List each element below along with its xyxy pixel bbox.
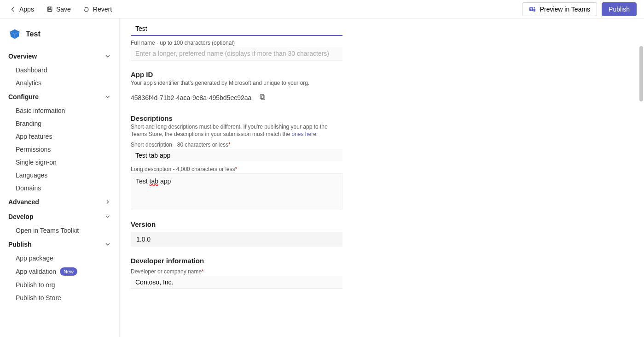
section-advanced-label: Advanced bbox=[8, 198, 39, 206]
nav-analytics[interactable]: Analytics bbox=[0, 77, 119, 89]
nav-item-label: Open in Teams Toolkit bbox=[16, 227, 79, 234]
chevron-down-icon bbox=[104, 241, 111, 248]
nav-app-features[interactable]: App features bbox=[0, 130, 119, 143]
descriptions-title: Descriptions bbox=[131, 114, 342, 122]
svg-rect-1 bbox=[48, 7, 50, 8]
long-desc-misspell: tab bbox=[150, 177, 158, 185]
revert-label: Revert bbox=[93, 6, 112, 13]
svg-rect-6 bbox=[260, 95, 264, 98]
teams-icon bbox=[529, 6, 536, 13]
nav-item-label: Publish to Store bbox=[16, 294, 61, 302]
back-label: Apps bbox=[19, 6, 34, 13]
new-badge: New bbox=[60, 267, 77, 276]
nav-app-validation[interactable]: App validation New bbox=[0, 265, 119, 278]
revert-button[interactable]: Revert bbox=[81, 4, 114, 15]
app-id-row: 45836f4d-71b2-4aca-9e8a-495bd5ec92aa bbox=[131, 91, 342, 104]
version-title: Version bbox=[131, 220, 342, 228]
nav-item-label: Dashboard bbox=[16, 66, 47, 74]
long-desc-label-text: Long description - 4,000 characters or l… bbox=[131, 166, 235, 172]
app-id-title: App ID bbox=[131, 71, 342, 78]
nav-item-label: Branding bbox=[16, 120, 41, 127]
section-configure[interactable]: Configure bbox=[0, 89, 119, 104]
save-button[interactable]: Save bbox=[44, 4, 73, 15]
nav-item-label: Single sign-on bbox=[16, 159, 57, 166]
chevron-left-icon bbox=[9, 6, 17, 13]
dev-name-label-text: Developer or company name bbox=[131, 268, 202, 275]
nav-item-label: Languages bbox=[16, 171, 47, 179]
content[interactable]: Full name - up to 100 characters (option… bbox=[120, 18, 644, 337]
nav-permissions[interactable]: Permissions bbox=[0, 143, 119, 156]
long-desc-label: Long description - 4,000 characters or l… bbox=[131, 166, 342, 172]
nav-open-teams-toolkit[interactable]: Open in Teams Toolkit bbox=[0, 224, 119, 237]
long-description-input[interactable]: Test tab app bbox=[131, 173, 342, 210]
nav-item-label: App features bbox=[16, 133, 52, 140]
publish-button[interactable]: Publish bbox=[602, 2, 637, 16]
version-value[interactable]: 1.0.0 bbox=[131, 232, 342, 247]
section-overview-label: Overview bbox=[8, 53, 37, 60]
section-configure-label: Configure bbox=[8, 93, 39, 101]
short-name-input[interactable] bbox=[131, 22, 342, 36]
back-to-apps[interactable]: Apps bbox=[7, 4, 36, 15]
developer-info-title: Developer information bbox=[131, 257, 342, 265]
full-name-label: Full name - up to 100 characters (option… bbox=[131, 40, 342, 46]
chevron-down-icon bbox=[104, 94, 111, 100]
nav-single-sign-on[interactable]: Single sign-on bbox=[0, 156, 119, 169]
publish-label: Publish bbox=[609, 6, 630, 13]
long-desc-text: app bbox=[158, 177, 171, 185]
preview-in-teams-button[interactable]: Preview in Teams bbox=[522, 2, 597, 16]
copy-app-id-button[interactable] bbox=[256, 91, 269, 104]
sidebar: Test Overview Dashboard Analytics Config… bbox=[0, 18, 120, 337]
nav-item-label: App validation bbox=[16, 268, 56, 275]
nav-app-package[interactable]: App package bbox=[0, 252, 119, 265]
section-develop[interactable]: Develop bbox=[0, 209, 119, 224]
short-description-input[interactable] bbox=[131, 149, 342, 162]
nav-branding[interactable]: Branding bbox=[0, 117, 119, 130]
app-header: Test bbox=[0, 22, 119, 49]
preview-label: Preview in Teams bbox=[540, 6, 590, 13]
nav-basic-information[interactable]: Basic information bbox=[0, 104, 119, 117]
scrollbar[interactable] bbox=[638, 18, 644, 337]
app-id-help: Your app's identifier that's generated b… bbox=[131, 79, 342, 87]
scrollbar-thumb[interactable] bbox=[639, 46, 643, 101]
chevron-down-icon bbox=[104, 53, 111, 59]
nav-publish-to-store[interactable]: Publish to Store bbox=[0, 291, 119, 304]
descriptions-help: Short and long descriptions must be diff… bbox=[131, 123, 342, 138]
app-id-value: 45836f4d-71b2-4aca-9e8a-495bd5ec92aa bbox=[131, 94, 251, 101]
nav-item-label: App package bbox=[16, 254, 53, 262]
nav-languages[interactable]: Languages bbox=[0, 169, 119, 182]
section-publish-label: Publish bbox=[8, 241, 32, 248]
short-desc-label-text: Short description - 80 characters or les… bbox=[131, 142, 228, 148]
descriptions-help-link[interactable]: ones here bbox=[291, 131, 316, 137]
nav-item-label: Permissions bbox=[16, 146, 51, 153]
short-desc-label: Short description - 80 characters or les… bbox=[131, 142, 342, 148]
developer-name-input[interactable] bbox=[131, 276, 342, 289]
nav-domains[interactable]: Domains bbox=[0, 182, 119, 195]
section-advanced[interactable]: Advanced bbox=[0, 195, 119, 209]
revert-icon bbox=[83, 6, 90, 13]
section-publish[interactable]: Publish bbox=[0, 237, 119, 252]
svg-rect-5 bbox=[261, 96, 265, 100]
save-label: Save bbox=[56, 6, 71, 13]
copy-icon bbox=[259, 94, 266, 102]
nav-publish-to-org[interactable]: Publish to org bbox=[0, 278, 119, 291]
long-desc-text: Test bbox=[136, 177, 150, 185]
svg-point-4 bbox=[534, 7, 535, 8]
section-develop-label: Develop bbox=[8, 213, 33, 220]
full-name-input[interactable] bbox=[131, 47, 342, 60]
save-icon bbox=[46, 6, 53, 13]
svg-rect-2 bbox=[48, 9, 51, 11]
main: Test Overview Dashboard Analytics Config… bbox=[0, 18, 644, 337]
nav-item-label: Domains bbox=[16, 184, 41, 192]
nav-item-label: Publish to org bbox=[16, 281, 55, 289]
chevron-down-icon bbox=[104, 213, 111, 220]
topbar: Apps Save Revert Preview bbox=[0, 0, 644, 18]
nav-dashboard[interactable]: Dashboard bbox=[0, 64, 119, 77]
nav-item-label: Analytics bbox=[16, 79, 41, 87]
app-logo-icon bbox=[8, 28, 21, 41]
section-overview[interactable]: Overview bbox=[0, 49, 119, 64]
app-name: Test bbox=[26, 30, 41, 38]
dev-name-label: Developer or company name* bbox=[131, 268, 342, 275]
chevron-right-icon bbox=[104, 199, 111, 205]
nav-item-label: Basic information bbox=[16, 107, 65, 114]
